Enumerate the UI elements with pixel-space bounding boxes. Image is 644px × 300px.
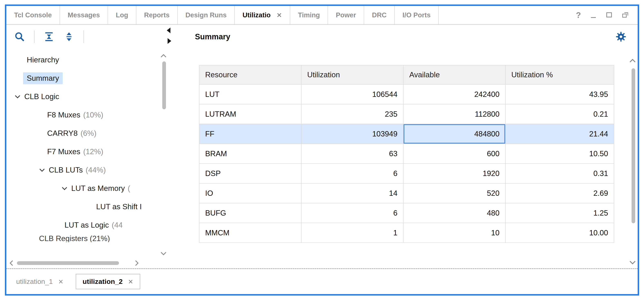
tab-reports[interactable]: Reports (136, 6, 178, 24)
tree-item-f7-muxes[interactable]: F7 Muxes (12%) (6, 143, 168, 161)
tab-drc[interactable]: DRC (364, 6, 395, 24)
minimize-icon[interactable] (590, 12, 596, 18)
table-cell[interactable]: FF (199, 124, 301, 144)
tab-timing[interactable]: Timing (290, 6, 328, 24)
collapse-all-icon[interactable] (44, 31, 54, 42)
summary-header: Summary (170, 25, 638, 49)
maximize-icon[interactable] (606, 12, 612, 18)
scroll-down-icon[interactable] (160, 251, 167, 256)
close-icon[interactable] (128, 279, 133, 284)
table-cell[interactable]: 0.31 (506, 164, 614, 183)
table-cell-selected[interactable]: 484800 (403, 124, 506, 144)
table-cell[interactable]: 21.44 (506, 124, 614, 144)
table-cell[interactable]: 106544 (301, 84, 403, 104)
table-cell[interactable]: 14 (301, 183, 403, 203)
table-cell[interactable]: 10.00 (506, 223, 614, 243)
table-cell[interactable]: IO (199, 183, 301, 203)
tree-item-clb-logic[interactable]: CLB Logic (6, 87, 168, 106)
splitter-collapse-left-icon[interactable] (167, 27, 170, 33)
vertical-scrollbar-thumb[interactable] (162, 61, 166, 109)
help-icon[interactable]: ? (576, 10, 581, 20)
table-cell[interactable]: MMCM (199, 223, 301, 243)
chevron-down-icon[interactable] (39, 168, 45, 172)
close-icon[interactable] (58, 279, 64, 284)
tab-tcl-console[interactable]: Tcl Console (6, 6, 60, 24)
horizontal-scrollbar-thumb[interactable] (17, 261, 119, 265)
tree-item-hierarchy[interactable]: Hierarchy (6, 51, 168, 69)
table-cell[interactable]: 103949 (301, 124, 403, 144)
table-cell[interactable]: 1.25 (506, 203, 614, 223)
table-row: IO 14 520 2.69 (199, 183, 614, 203)
horizontal-scrollbar-track[interactable] (17, 261, 131, 265)
table-cell[interactable]: 0.21 (506, 104, 614, 124)
table-row: LUT 106544 242400 43.95 (199, 84, 614, 104)
tree-item-lut-as-logic[interactable]: LUT as Logic (44 (6, 216, 168, 234)
scroll-down-icon[interactable] (629, 260, 636, 265)
page-title: Summary (195, 32, 230, 41)
tab-power[interactable]: Power (328, 6, 364, 24)
horizontal-scrollbar[interactable] (9, 260, 139, 266)
tree-item-lut-as-memory[interactable]: LUT as Memory ( (6, 179, 168, 198)
chevron-down-icon[interactable] (14, 95, 20, 99)
close-icon[interactable] (276, 12, 282, 18)
doc-tab-label: utilization_1 (16, 278, 53, 286)
table-cell[interactable]: 1 (301, 223, 403, 243)
tree-item-summary[interactable]: Summary (6, 69, 168, 87)
tab-io-ports[interactable]: I/O Ports (395, 6, 439, 24)
tree-item-clb-luts[interactable]: CLB LUTs (44%) (6, 161, 168, 179)
table-cell[interactable]: 10.50 (506, 144, 614, 164)
toolbar-divider (84, 30, 84, 43)
table-cell[interactable]: 1920 (403, 164, 506, 183)
table-cell[interactable]: 480 (403, 203, 506, 223)
expand-all-icon[interactable] (64, 31, 74, 42)
table-cell[interactable]: 520 (403, 183, 506, 203)
search-icon[interactable] (14, 31, 25, 42)
tree-item-carry8[interactable]: CARRY8 (6%) (6, 124, 168, 143)
tab-label: Reports (144, 11, 170, 19)
vertical-scrollbar-thumb[interactable] (632, 68, 635, 223)
document-tab-bar: utilization_1 utilization_2 (6, 268, 638, 294)
table-cell[interactable]: LUTRAM (199, 104, 301, 124)
table-cell[interactable]: 112800 (403, 104, 506, 124)
table-header-resource[interactable]: Resource (199, 65, 301, 84)
table-cell[interactable]: 6 (301, 164, 403, 183)
table-cell[interactable]: BUFG (199, 203, 301, 223)
table-header-available[interactable]: Available (403, 65, 506, 84)
gear-icon[interactable] (616, 31, 626, 42)
table-header-utilization-pct[interactable]: Utilization % (506, 65, 614, 84)
table-header-utilization[interactable]: Utilization (301, 65, 403, 84)
tree-item-label: F7 Muxes (47, 147, 80, 156)
table-cell[interactable]: 2.69 (506, 183, 614, 203)
table-cell[interactable]: 235 (301, 104, 403, 124)
table-cell[interactable]: BRAM (199, 144, 301, 164)
table-cell[interactable]: 6 (301, 203, 403, 223)
table-cell[interactable]: 63 (301, 144, 403, 164)
tree-item-label: CLB Logic (24, 92, 59, 101)
doc-tab-utilization-2[interactable]: utilization_2 (76, 274, 140, 289)
tab-messages[interactable]: Messages (60, 6, 108, 24)
tree-item-f8-muxes[interactable]: F8 Muxes (10%) (6, 106, 168, 124)
table-cell[interactable]: 242400 (403, 84, 506, 104)
scroll-up-icon[interactable] (629, 58, 636, 63)
doc-tab-utilization-1[interactable]: utilization_1 (16, 278, 64, 286)
table-cell[interactable]: DSP (199, 164, 301, 183)
tab-label: Power (336, 11, 356, 19)
table-cell[interactable]: 10 (403, 223, 506, 243)
tree-item-clipped[interactable]: CLB Registers (21%) (6, 234, 168, 242)
summary-panel: Summary (170, 25, 638, 268)
scroll-right-icon[interactable] (134, 260, 139, 266)
table-cell[interactable]: 43.95 (506, 84, 614, 104)
scroll-left-icon[interactable] (9, 260, 14, 266)
tab-design-runs[interactable]: Design Runs (178, 6, 235, 24)
panel-splitter[interactable] (168, 25, 170, 268)
table-cell[interactable]: 600 (403, 144, 506, 164)
tree-item-percent: (44 (112, 221, 122, 230)
float-window-icon[interactable] (622, 12, 629, 18)
tab-utilization[interactable]: Utilizatio (235, 6, 290, 24)
tree-item-lut-as-shift[interactable]: LUT as Shift I (6, 198, 168, 216)
table-row: LUTRAM 235 112800 0.21 (199, 104, 614, 124)
scroll-up-icon[interactable] (160, 54, 167, 58)
chevron-down-icon[interactable] (62, 186, 68, 191)
tab-log[interactable]: Log (108, 6, 136, 24)
table-cell[interactable]: LUT (199, 84, 301, 104)
